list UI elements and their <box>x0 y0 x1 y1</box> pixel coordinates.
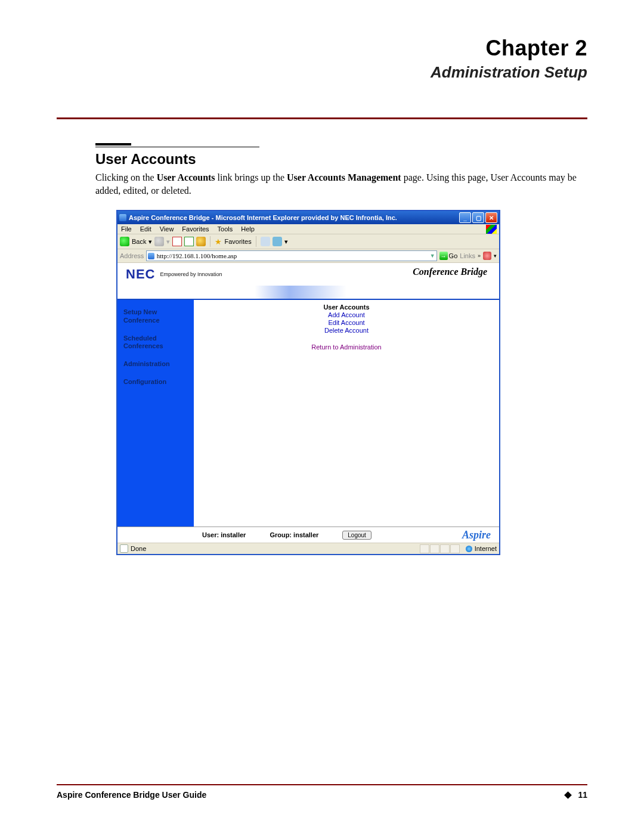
footer-group-value: installer <box>293 531 318 538</box>
address-label: Address <box>120 252 144 259</box>
body-bold: User Accounts Management <box>287 172 401 182</box>
back-icon[interactable] <box>120 237 129 246</box>
logout-button[interactable]: Logout <box>342 531 371 540</box>
forward-button[interactable] <box>154 237 164 246</box>
refresh-button[interactable] <box>184 237 194 246</box>
back-button[interactable]: Back <box>132 238 146 245</box>
body-text: link brings up the <box>215 172 287 182</box>
menu-view[interactable]: View <box>160 225 174 233</box>
sidebar-item-scheduled[interactable]: Scheduled Conferences <box>123 335 188 351</box>
browser-window: Aspire Conference Bridge - Microsoft Int… <box>116 210 500 555</box>
go-button[interactable]: → Go <box>439 252 458 260</box>
sidebar-item-configuration[interactable]: Configuration <box>123 378 188 386</box>
minimize-button[interactable]: _ <box>459 212 471 223</box>
chapter-header: Chapter 2 Administration Setup <box>57 36 587 119</box>
nec-logo: NEC <box>126 267 155 282</box>
window-title: Aspire Conference Bridge - Microsoft Int… <box>126 214 459 221</box>
status-done: Done <box>131 545 146 552</box>
favorites-star-icon[interactable]: ★ <box>215 237 222 246</box>
section-heading: User Accounts <box>95 151 587 168</box>
section-rule-thin <box>95 147 259 147</box>
toolbar-separator <box>210 236 210 247</box>
banner-swoosh <box>117 286 499 300</box>
toolbar-separator <box>256 236 256 247</box>
sidebar-item-administration[interactable]: Administration <box>123 360 188 368</box>
address-dropdown-icon[interactable]: ▼ <box>430 253 435 259</box>
link-edit-account[interactable]: Edit Account <box>194 319 499 326</box>
body-bold: User Accounts <box>157 172 215 182</box>
link-return-admin[interactable]: Return to Administration <box>194 343 499 351</box>
footer-user-label: User: <box>202 531 219 538</box>
section-body: Clicking on the User Accounts link bring… <box>95 171 587 197</box>
back-dropdown-icon[interactable]: ▾ <box>148 238 152 246</box>
app-content: NEC Empowered by Innovation Conference B… <box>117 263 499 543</box>
menu-edit[interactable]: Edit <box>140 225 151 233</box>
page-footer: Aspire Conference Bridge User Guide 11 <box>57 784 587 800</box>
av-icon[interactable] <box>483 252 491 260</box>
go-icon: → <box>439 252 448 260</box>
menu-tools[interactable]: Tools <box>218 225 233 233</box>
chapter-title: Chapter 2 <box>57 36 587 61</box>
sidebar: Setup New Conference Scheduled Conferenc… <box>117 300 194 527</box>
app-banner: NEC Empowered by Innovation Conference B… <box>117 263 499 286</box>
menu-favorites[interactable]: Favorites <box>182 225 209 233</box>
footer-row: Aspire Conference Bridge User Guide 11 <box>57 790 587 800</box>
main-panel: User Accounts Add Account Edit Account D… <box>194 300 499 527</box>
footer-user: User: installer <box>202 531 246 538</box>
footer-page-number: 11 <box>565 790 587 800</box>
windows-flag-icon <box>486 225 497 234</box>
page-number: 11 <box>578 790 587 800</box>
header-rule <box>57 117 587 119</box>
link-add-account[interactable]: Add Account <box>194 311 499 318</box>
link-delete-account[interactable]: Delete Account <box>194 327 499 334</box>
ie-icon <box>119 214 126 221</box>
nec-tagline: Empowered by Innovation <box>160 271 222 277</box>
app-body: Setup New Conference Scheduled Conferenc… <box>117 300 499 527</box>
status-cells <box>420 544 460 553</box>
chapter-subtitle: Administration Setup <box>57 63 587 82</box>
product-title: Conference Bridge <box>413 267 487 277</box>
internet-zone-icon <box>466 546 472 552</box>
titlebar: Aspire Conference Bridge - Microsoft Int… <box>117 211 499 224</box>
footer-guide-title: Aspire Conference Bridge User Guide <box>57 790 206 800</box>
page-icon <box>148 253 154 259</box>
stop-button[interactable] <box>172 237 182 246</box>
print-icon[interactable] <box>261 237 270 246</box>
mail-dropdown-icon[interactable]: ▾ <box>284 238 288 246</box>
close-button[interactable]: ✕ <box>485 212 497 223</box>
av-dropdown-icon[interactable]: ▾ <box>494 253 497 259</box>
links-label[interactable]: Links <box>460 252 475 259</box>
address-bar: Address ▼ → Go Links » ▾ <box>117 249 499 263</box>
document-page: Chapter 2 Administration Setup User Acco… <box>0 0 644 833</box>
toolbar: Back▾ ▾ ★ Favorites ▾ <box>117 234 499 249</box>
diamond-icon <box>565 791 572 799</box>
aspire-logo: Aspire <box>462 529 491 541</box>
menu-file[interactable]: File <box>121 225 132 233</box>
app-footer: User: installer Group: installer Logout … <box>117 527 499 543</box>
forward-dropdown-icon[interactable]: ▾ <box>166 238 170 246</box>
sidebar-item-setup[interactable]: Setup New Conference <box>123 308 188 325</box>
go-label: Go <box>449 252 458 259</box>
status-bar: Done Internet <box>117 543 499 554</box>
mail-icon[interactable] <box>273 237 282 246</box>
footer-user-value: installer <box>221 531 246 538</box>
favorites-button[interactable]: Favorites <box>224 238 251 245</box>
menu-help[interactable]: Help <box>241 225 255 233</box>
links-chevron-icon[interactable]: » <box>478 253 481 259</box>
section-rule-thick <box>95 143 131 145</box>
footer-group-label: Group: <box>270 531 292 538</box>
footer-group: Group: installer <box>270 531 318 538</box>
footer-rule <box>57 784 587 785</box>
menubar: File Edit View Favorites Tools Help <box>117 224 499 234</box>
section: User Accounts Clicking on the User Accou… <box>57 143 587 555</box>
address-field[interactable]: ▼ <box>146 250 436 261</box>
status-page-icon <box>120 544 128 553</box>
window-buttons: _ ▢ ✕ <box>459 212 497 223</box>
user-accounts-heading: User Accounts <box>194 304 499 311</box>
body-text: Clicking on the <box>95 172 157 182</box>
home-button[interactable] <box>196 237 206 246</box>
maximize-button[interactable]: ▢ <box>472 212 484 223</box>
status-zone: Internet <box>475 545 497 552</box>
address-input[interactable] <box>156 252 430 260</box>
